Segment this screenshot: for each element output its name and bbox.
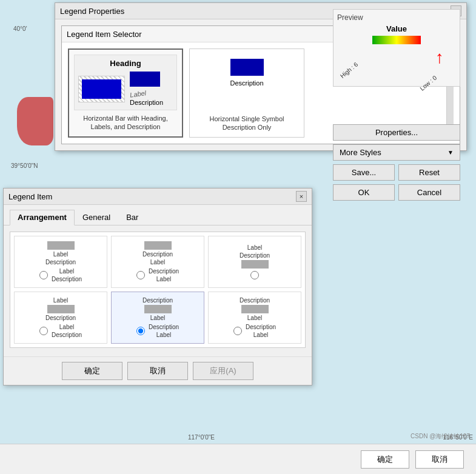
- radio-2[interactable]: [136, 271, 145, 279]
- map-region: [17, 97, 53, 145]
- cell1-layout: Label Description: [45, 241, 76, 265]
- cell3-desc: Description: [240, 252, 270, 259]
- radio-6[interactable]: [233, 327, 242, 335]
- item1-desc: Description: [130, 99, 163, 106]
- cell1-bar: [47, 241, 75, 250]
- legend-item-titlebar: Legend Item ×: [4, 189, 312, 205]
- reset-button[interactable]: Reset: [398, 164, 460, 181]
- right-buttons-panel: Properties... More Styles ▼ Save... Rese…: [333, 124, 460, 201]
- item1-small-box: [130, 72, 160, 87]
- cell4-bar: [47, 305, 75, 313]
- dialog-body: Label Description Label Description Desc…: [4, 225, 312, 354]
- cell1-desc: Description: [45, 259, 76, 265]
- dialog-tabs: Arrangement General Bar: [4, 205, 312, 225]
- legend-properties-title: Legend Properties: [60, 7, 124, 16]
- cell5-radio-row: Description Label: [136, 324, 179, 338]
- cancel-button[interactable]: Cancel: [398, 184, 460, 201]
- cell1-radio-row: Label Description: [39, 268, 82, 282]
- cell6-radio-row: Description Label: [233, 324, 276, 338]
- selector-item-1[interactable]: Heading Label Description H: [68, 48, 183, 138]
- save-reset-row: Save... Reset: [333, 164, 460, 181]
- item1-right: Label Description: [130, 72, 163, 106]
- cell3-label: Label: [247, 244, 262, 251]
- radio-cell-5[interactable]: Description Label Description Label: [111, 292, 204, 344]
- radio-cell-2[interactable]: Description Label Description Label: [111, 236, 204, 288]
- cell3-layout: Label Description: [240, 244, 270, 269]
- item1-preview: Heading Label Description: [74, 55, 177, 110]
- radio-cell-4[interactable]: Label Description Label Description: [14, 292, 107, 344]
- item2-box: [230, 59, 264, 76]
- radio-cell-6[interactable]: Description Label Description Label: [208, 292, 301, 344]
- item2-desc: Description: [230, 79, 263, 87]
- cell2-radio-row: Description Label: [136, 268, 179, 282]
- main-cancel-button[interactable]: 取消: [415, 450, 464, 469]
- high-label: High : 6: [339, 61, 359, 79]
- cell4-radio-row: Label Description: [39, 324, 82, 338]
- item1-pattern-bg: [78, 76, 125, 102]
- item1-blue-box: [82, 79, 121, 99]
- tab-bar[interactable]: Bar: [118, 210, 146, 225]
- cell6-layout: Description Label: [240, 297, 270, 321]
- cell5-bar: [144, 305, 172, 313]
- item2-caption: Horizontal Single Symbol Description Onl…: [195, 115, 299, 132]
- radio-1[interactable]: [39, 271, 48, 279]
- cell1-label: Label: [53, 251, 68, 258]
- coord-left1: 40°0': [13, 25, 27, 32]
- legend-item-title: Legend Item: [8, 192, 52, 201]
- legend-item-close[interactable]: ×: [296, 191, 307, 202]
- radio-cell-3[interactable]: Label Description: [208, 236, 301, 288]
- dialog-cancel-button[interactable]: 取消: [127, 362, 188, 380]
- preview-value: Value: [337, 24, 456, 33]
- cell3-bar: [241, 260, 269, 269]
- cell5-right: Description Label: [149, 324, 179, 338]
- properties-button[interactable]: Properties...: [333, 124, 460, 141]
- item1-caption: Horizontal Bar with Heading, Labels, and…: [74, 114, 177, 132]
- cell2-label-bot: Label: [150, 259, 165, 265]
- preview-title: Preview: [337, 13, 456, 22]
- radio-5[interactable]: [136, 327, 145, 335]
- cell1-label2: Label: [59, 268, 74, 275]
- more-styles-button[interactable]: More Styles ▼: [333, 144, 460, 161]
- cell1-desc2: Description: [52, 276, 82, 282]
- ok-button[interactable]: OK: [333, 184, 395, 201]
- cell6-desc: Description: [240, 297, 270, 304]
- red-arrow-icon: ↑: [435, 49, 444, 66]
- cell4-layout: Label Description: [45, 297, 76, 321]
- preview-section: Preview Value High : 6 Low : 0 ↑: [333, 9, 460, 87]
- radio-cell-1[interactable]: Label Description Label Description: [14, 236, 107, 288]
- selector-item-2[interactable]: Description Horizontal Single Symbol Des…: [189, 48, 304, 138]
- item1-heading: Heading: [78, 59, 173, 68]
- item2-preview: Description: [195, 54, 299, 92]
- ok-cancel-row: OK Cancel: [333, 184, 460, 201]
- cell2-bar: [144, 241, 172, 250]
- cell2-right: Description Label: [149, 268, 179, 282]
- dialog-apply-button[interactable]: 应用(A): [193, 362, 253, 380]
- cell2-layout: Description Label: [142, 241, 173, 265]
- cell5-layout: Description Label: [142, 297, 173, 321]
- cell4-desc: Description: [45, 315, 76, 321]
- radio-4[interactable]: [39, 327, 48, 335]
- cell6-label: Label: [247, 315, 262, 321]
- selector-title: Legend Item Selector: [67, 30, 142, 39]
- gradient-bar: [372, 36, 421, 44]
- main-footer: 确定 取消: [0, 444, 476, 474]
- dropdown-arrow-icon: ▼: [448, 149, 454, 156]
- preview-labels-area: High : 6 Low : 0 ↑: [337, 49, 456, 82]
- cell3-radio-row: [250, 271, 259, 279]
- radio-3[interactable]: [250, 271, 259, 279]
- legend-item-dialog: Legend Item × Arrangement General Bar La…: [3, 188, 312, 386]
- cell2-desc-top: Description: [142, 251, 173, 258]
- item1-label: Label: [129, 87, 163, 99]
- main-ok-button[interactable]: 确定: [361, 450, 409, 469]
- cell6-bar: [241, 305, 269, 313]
- tab-general[interactable]: General: [75, 210, 118, 225]
- dialog-ok-button[interactable]: 确定: [62, 362, 122, 380]
- watermark: CSDN @海绵波波107: [411, 432, 470, 441]
- cell4-right: Label Description: [52, 324, 82, 338]
- tab-arrangement[interactable]: Arrangement: [10, 210, 75, 225]
- cell6-right: Description Label: [246, 324, 276, 338]
- save-button[interactable]: Save...: [333, 164, 395, 181]
- coord-bottom-1: 117°0'0"E: [188, 434, 215, 441]
- coord-left2: 39°50'0"N: [11, 162, 38, 169]
- cell5-label-bot: Label: [150, 315, 165, 321]
